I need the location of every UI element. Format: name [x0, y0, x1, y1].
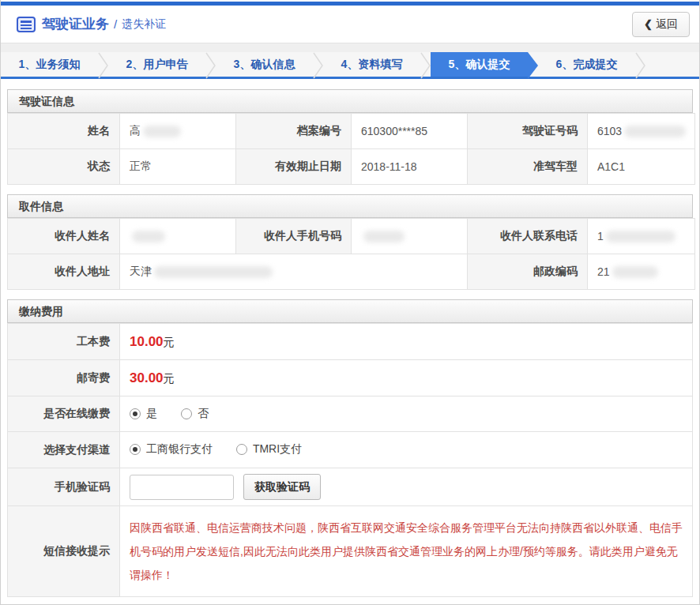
- payment-section: 缴纳费用 工本费 10.00元 邮寄费 30.00元 是否在线缴费 是 否 选择…: [7, 299, 693, 597]
- redaction-blur: [606, 231, 676, 242]
- step-6-complete-submit[interactable]: 6、完成提交: [538, 52, 635, 77]
- recipient-phone-label: 收件人联系电话: [468, 219, 588, 254]
- name-value: 高: [120, 114, 236, 149]
- expiry-value: 2018-11-18: [352, 149, 468, 185]
- status-value: 正常: [120, 149, 236, 185]
- table-row: 收件人地址 天津 邮政编码 21: [8, 254, 695, 290]
- post-fee-value: 30.00元: [120, 360, 693, 396]
- work-fee-amount: 10.00: [130, 334, 164, 349]
- step-separator: [205, 52, 216, 77]
- table-row: 是否在线缴费 是 否: [8, 396, 693, 432]
- pay-channel-options: 工商银行支付 TMRI支付: [120, 432, 693, 468]
- table-row: 手机验证码 获取验证码: [8, 468, 693, 506]
- redaction-blur: [612, 266, 658, 278]
- post-fee-amount: 30.00: [130, 370, 164, 385]
- step-3-confirm-info[interactable]: 3、确认信息: [216, 52, 313, 77]
- page: 驾驶证业务 / 遗失补证 ❮ 返回 1、业务须知 2、用户申告 3、确认信息 4…: [0, 0, 700, 605]
- payment-section-title: 缴纳费用: [7, 299, 693, 323]
- breadcrumb-current: 遗失补证: [122, 17, 166, 32]
- redaction-blur: [624, 126, 686, 137]
- vehicle-type-value: A1C1: [588, 149, 695, 185]
- license-number-value: 6103: [588, 114, 695, 149]
- recipient-address-label: 收件人地址: [8, 254, 120, 290]
- breadcrumb-separator: /: [114, 17, 117, 31]
- step-bar: 1、业务须知 2、用户申告 3、确认信息 4、资料填写 5、确认提交 6、完成提…: [1, 52, 699, 79]
- zip-code-label: 邮政编码: [468, 254, 588, 290]
- radio-online-pay-yes[interactable]: 是: [130, 407, 157, 421]
- back-button-label: 返回: [656, 17, 678, 32]
- sms-code-label: 手机验证码: [8, 468, 120, 506]
- recipient-name-value: [120, 219, 236, 254]
- license-info-section: 驾驶证信息 姓名 高 档案编号 610300****85 驾驶证号码 6103 …: [7, 89, 693, 185]
- file-number-label: 档案编号: [236, 114, 352, 149]
- table-row: 选择支付渠道 工商银行支付 TMRI支付: [8, 432, 693, 468]
- online-pay-label: 是否在线缴费: [8, 396, 120, 432]
- license-section-title: 驾驶证信息: [7, 89, 693, 113]
- pay-channel-label: 选择支付渠道: [8, 432, 120, 468]
- step-5-confirm-submit[interactable]: 5、确认提交: [431, 52, 528, 77]
- license-number-label: 驾驶证号码: [468, 114, 588, 149]
- step-1-notice[interactable]: 1、业务须知: [1, 52, 98, 77]
- table-row: 工本费 10.00元: [8, 324, 693, 360]
- recipient-mobile-value: [352, 219, 468, 254]
- step-separator: [635, 52, 645, 77]
- step-4-fill-data[interactable]: 4、资料填写: [323, 52, 420, 77]
- step-separator: [98, 52, 108, 77]
- table-row: 邮寄费 30.00元: [8, 360, 693, 396]
- footer-actions: 上一步 完成: [1, 597, 699, 605]
- step-bar-filler: [645, 52, 699, 77]
- vehicle-type-label: 准驾车型: [468, 149, 588, 185]
- table-row: 收件人姓名 收件人手机号码 收件人联系电话 1: [8, 219, 695, 254]
- sms-notice-label: 短信接收提示: [8, 506, 120, 597]
- work-fee-unit: 元: [164, 336, 175, 348]
- table-row: 短信接收提示 因陕西省联通、电信运营商技术问题，陕西省互联网交通安全综合服务管理…: [8, 506, 693, 597]
- step-2-declaration[interactable]: 2、用户申告: [108, 52, 205, 77]
- license-info-table: 姓名 高 档案编号 610300****85 驾驶证号码 6103 状态 正常 …: [7, 113, 695, 185]
- redaction-blur: [143, 126, 181, 137]
- post-fee-unit: 元: [164, 372, 175, 385]
- chevron-left-icon: ❮: [644, 18, 653, 30]
- payment-table: 工本费 10.00元 邮寄费 30.00元 是否在线缴费 是 否 选择支付渠道 …: [7, 323, 693, 597]
- work-fee-value: 10.00元: [120, 324, 693, 360]
- sms-code-input[interactable]: [130, 475, 234, 500]
- radio-icon: [130, 444, 141, 455]
- radio-online-pay-no[interactable]: 否: [181, 407, 209, 421]
- recipient-address-value: 天津: [120, 254, 468, 290]
- step-separator: [420, 52, 431, 77]
- radio-channel-icbc[interactable]: 工商银行支付: [130, 442, 213, 457]
- redaction-blur: [363, 231, 405, 242]
- table-row: 姓名 高 档案编号 610300****85 驾驶证号码 6103: [8, 114, 695, 149]
- step-separator: [313, 52, 323, 77]
- recipient-name-label: 收件人姓名: [8, 219, 120, 254]
- header: 驾驶证业务 / 遗失补证 ❮ 返回: [1, 6, 699, 43]
- header-divider-band: [1, 43, 699, 52]
- page-title: 驾驶证业务: [42, 15, 109, 33]
- sms-notice-cell: 因陕西省联通、电信运营商技术问题，陕西省互联网交通安全综合服务管理平台无法向持陕…: [120, 506, 693, 597]
- radio-icon: [181, 408, 192, 419]
- name-label: 姓名: [8, 114, 120, 149]
- status-label: 状态: [8, 149, 120, 185]
- pickup-info-table: 收件人姓名 收件人手机号码 收件人联系电话 1 收件人地址 天津 邮政编码 21: [7, 218, 695, 290]
- redaction-blur: [132, 231, 165, 242]
- get-code-button[interactable]: 获取验证码: [243, 474, 321, 500]
- sms-notice-text: 因陕西省联通、电信运营商技术问题，陕西省互联网交通安全综合服务管理平台无法向持陕…: [130, 513, 683, 590]
- zip-code-value: 21: [588, 254, 695, 290]
- post-fee-label: 邮寄费: [8, 360, 120, 396]
- back-button[interactable]: ❮ 返回: [632, 12, 690, 37]
- recipient-mobile-label: 收件人手机号码: [236, 219, 352, 254]
- work-fee-label: 工本费: [8, 324, 120, 360]
- expiry-label: 有效期止日期: [236, 149, 352, 185]
- table-row: 状态 正常 有效期止日期 2018-11-18 准驾车型 A1C1: [8, 149, 695, 185]
- radio-channel-tmri[interactable]: TMRI支付: [236, 442, 302, 457]
- file-number-value: 610300****85: [352, 114, 468, 149]
- pickup-section-title: 取件信息: [7, 194, 693, 218]
- radio-icon: [130, 408, 141, 419]
- radio-icon: [236, 444, 247, 455]
- online-pay-options: 是 否: [120, 396, 693, 432]
- form-icon: [17, 17, 36, 32]
- sms-code-cell: 获取验证码: [120, 468, 693, 506]
- redaction-blur: [154, 266, 273, 278]
- recipient-phone-value: 1: [588, 219, 695, 254]
- pickup-info-section: 取件信息 收件人姓名 收件人手机号码 收件人联系电话 1 收件人地址 天津 邮政…: [7, 194, 693, 290]
